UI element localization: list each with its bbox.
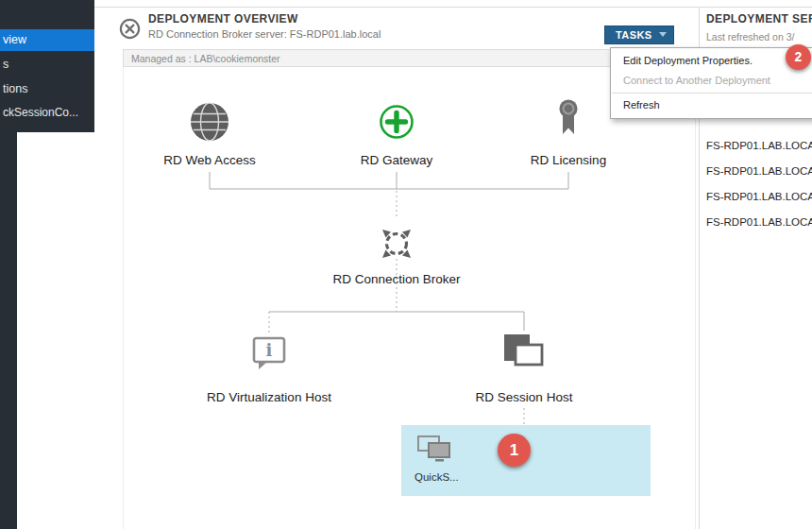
rd-gateway-icon[interactable]: [378, 103, 415, 141]
sidebar-item-label: s: [3, 58, 8, 71]
rd-connection-broker-icon[interactable]: [373, 220, 420, 267]
last-refreshed-text: Last refreshed on 3/: [706, 31, 794, 43]
sidebar-item-overview[interactable]: view: [0, 29, 94, 51]
step-badge-2: 2: [786, 44, 811, 70]
sidebar-item-label: view: [3, 33, 26, 46]
page-subtitle: RD Connection Broker server: FS-RDP01.la…: [148, 28, 381, 40]
server-row[interactable]: FS-RDP01.LAB.LOCAL: [706, 140, 812, 151]
page-title: DEPLOYMENT OVERVIEW: [148, 12, 298, 26]
sidebar-item-label: ckSessionCo...: [3, 106, 78, 119]
sidebar-item-collections[interactable]: tions: [0, 79, 94, 98]
left-nav-edge: [0, 132, 17, 529]
overview-icon: [119, 18, 141, 40]
rd-licensing-label: RD Licensing: [531, 153, 606, 167]
rd-web-access-label: RD Web Access: [163, 153, 255, 167]
diagram-left-border: [123, 67, 124, 529]
rd-gateway-label: RD Gateway: [361, 153, 433, 167]
tasks-button[interactable]: TASKS: [604, 26, 674, 44]
server-row[interactable]: FS-RDP01.LAB.LOCAL: [706, 191, 812, 202]
menu-item-refresh[interactable]: Refresh: [611, 95, 812, 115]
top-border: [94, 7, 812, 8]
rd-licensing-icon[interactable]: [552, 97, 584, 141]
chevron-down-icon: [659, 32, 667, 37]
server-row[interactable]: FS-RDP01.LAB.LOCAL: [706, 165, 812, 177]
rd-session-host-label: RD Session Host: [476, 390, 573, 404]
menu-item-connect-to-another-deployment[interactable]: Connect to Another Deployment: [611, 71, 812, 91]
menu-separator: [612, 93, 812, 94]
sidebar-item-servers[interactable]: s: [0, 55, 94, 74]
step-badge-1: 1: [498, 434, 531, 467]
deployment-servers-title: DEPLOYMENT SERVERS: [706, 12, 812, 26]
diagram-right-border: [695, 67, 696, 529]
sidebar-item-label: tions: [3, 82, 27, 95]
svg-text:i: i: [266, 340, 273, 360]
tasks-dropdown-menu: Edit Deployment Properties. Connect to A…: [610, 47, 812, 119]
server-manager-rds-overview: view s tions ckSessionCo... DEPLOYMENT O…: [0, 0, 812, 529]
rd-session-host-icon[interactable]: [502, 333, 546, 372]
server-row[interactable]: FS-RDP01.LAB.LOCAL: [706, 216, 812, 228]
sidebar-item-quicksessioncollection[interactable]: ckSessionCo...: [0, 103, 94, 122]
rd-virtualization-host-icon[interactable]: i: [249, 334, 289, 370]
tasks-button-label: TASKS: [605, 29, 651, 41]
rd-connection-broker-label: RD Connection Broker: [332, 272, 460, 286]
menu-item-edit-deployment-properties[interactable]: Edit Deployment Properties.: [611, 51, 812, 71]
session-collection-icon: [415, 434, 453, 466]
session-collection-label: QuickS...: [414, 471, 459, 483]
rd-virtualization-host-label: RD Virtualization Host: [207, 390, 331, 404]
rd-web-access-icon[interactable]: [189, 101, 230, 143]
